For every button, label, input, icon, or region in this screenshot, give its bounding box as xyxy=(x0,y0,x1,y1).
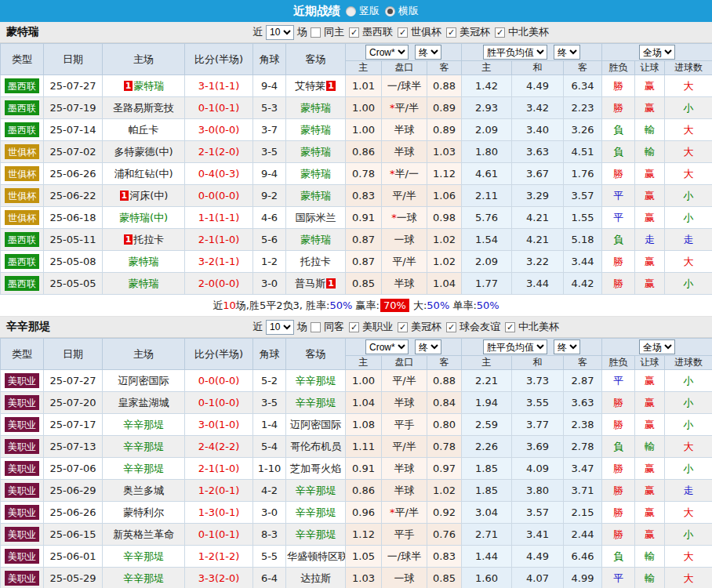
wdl-cell-text: 平 xyxy=(613,375,623,387)
fulltime-select[interactable]: 全场 xyxy=(639,45,675,60)
home-team-link[interactable]: 托拉卡 xyxy=(133,234,164,245)
league-badge: 墨西联 xyxy=(5,276,39,291)
avg-final-select[interactable]: 终 xyxy=(554,339,580,354)
away-team-link[interactable]: 蒙特瑞 xyxy=(300,190,331,201)
date-cell: 25-05-29 xyxy=(44,568,103,588)
home-team-link[interactable]: 辛辛那堤 xyxy=(123,572,164,584)
avg-away-cell: 4.42 xyxy=(564,273,602,295)
home-team-link[interactable]: 奥兰多城 xyxy=(123,485,164,496)
recent-count-select[interactable]: 10 xyxy=(266,320,294,335)
league-checkbox-mex[interactable] xyxy=(349,27,359,38)
away-team-link[interactable]: 普马斯 xyxy=(295,278,325,289)
home-team-link[interactable]: 迈阿密国际 xyxy=(118,375,169,387)
goals-result-cell: 小 xyxy=(665,97,712,119)
home-team-link[interactable]: 蒙特瑞 xyxy=(133,80,164,92)
home-odds-cell: 1.03 xyxy=(346,568,382,588)
home-team-link[interactable]: 蒙特利尔 xyxy=(123,506,164,518)
goals-result-cell-text: 大 xyxy=(684,168,694,180)
win-rate-value: 50% xyxy=(329,299,352,311)
col-type: 类型 xyxy=(1,44,44,75)
avg-final-select[interactable]: 终 xyxy=(554,45,580,60)
away-team-link[interactable]: 哥伦布机员 xyxy=(290,441,341,452)
col-corner: 角球 xyxy=(253,44,286,75)
team-title: 蒙特瑞 xyxy=(0,25,39,39)
goals-result-cell: 小 xyxy=(665,458,712,480)
games-label: 场 xyxy=(297,25,307,39)
home-team-cell: 蒙特瑞 xyxy=(103,251,185,273)
home-team-link[interactable]: 皇家盐湖城 xyxy=(118,397,169,408)
wdl-cell-text: 勝 xyxy=(613,506,623,518)
away-team-link[interactable]: 芝加哥火焰 xyxy=(290,463,341,474)
league-cell: 世俱杯 xyxy=(1,141,44,163)
away-team-link[interactable]: 辛辛那堤 xyxy=(296,397,336,408)
wdl-cell: 勝 xyxy=(602,75,635,97)
radio-selected-icon[interactable] xyxy=(385,6,395,16)
league-checkbox-mls[interactable] xyxy=(349,322,359,332)
league-checkbox-friendly[interactable] xyxy=(446,322,456,332)
bookmaker-select[interactable]: Crow* xyxy=(365,45,409,60)
wdl-cell-text: 勝 xyxy=(613,397,623,408)
col-handicap: 盘口 xyxy=(382,356,427,370)
radio-icon[interactable] xyxy=(346,6,356,16)
away-team-link[interactable]: 迈阿密国际 xyxy=(290,419,341,430)
same-home-checkbox[interactable] xyxy=(311,27,321,38)
home-team-link[interactable]: 蒙特瑞 xyxy=(129,278,159,289)
final-odds-select[interactable]: 终 xyxy=(415,45,441,60)
avg-odds-select[interactable]: 胜平负均值 xyxy=(483,45,547,60)
handicap-result-cell-text: 赢 xyxy=(645,397,655,408)
away-team-link[interactable]: 托拉卡 xyxy=(300,256,331,267)
away-team-link[interactable]: 国际米兰 xyxy=(296,212,336,223)
filter-bar: 近 10 场 同客 美职业 美冠杯 球会友谊 中北美杯 xyxy=(252,317,561,337)
score-text: 0-0(0-0) xyxy=(198,190,240,201)
avg-odds-select[interactable]: 胜平负均值 xyxy=(483,339,547,354)
col-handicap-result: 让球 xyxy=(635,356,665,370)
home-team-link[interactable]: 辛辛那堤 xyxy=(123,463,164,474)
home-team-link[interactable]: 辛辛那堤 xyxy=(123,441,164,452)
score-text: 2-1(1-0) xyxy=(198,463,240,474)
layout-radio-horizontal[interactable]: 横版 xyxy=(385,4,419,18)
away-team-link[interactable]: 蒙特瑞 xyxy=(300,124,331,136)
away-team-link[interactable]: 辛辛那堤 xyxy=(296,506,336,518)
away-team-link[interactable]: 蒙特瑞 xyxy=(300,234,331,245)
away-team-link[interactable]: 艾特莱 xyxy=(295,80,325,92)
home-team-link[interactable]: 河床(中) xyxy=(129,190,168,201)
bookmaker-select[interactable]: Crow* xyxy=(365,339,409,354)
corner-cell: 3-0 xyxy=(253,502,286,524)
home-team-link[interactable]: 蒙特瑞(中) xyxy=(119,212,168,223)
league-checkbox-nations[interactable] xyxy=(495,27,505,38)
league-checkbox-worldclub[interactable] xyxy=(398,27,408,38)
home-team-link[interactable]: 多特蒙德(中) xyxy=(114,146,173,158)
score-text: 1-2(1-2) xyxy=(198,550,240,562)
handicap-result-cell-text: 走 xyxy=(645,234,655,245)
same-away-checkbox[interactable] xyxy=(311,322,321,332)
home-team-link[interactable]: 蒙特瑞 xyxy=(129,256,159,267)
away-team-link[interactable]: 辛辛那堤 xyxy=(296,485,336,496)
home-team-link[interactable]: 圣路易斯竞技 xyxy=(113,102,174,114)
recent-count-select[interactable]: 10 xyxy=(266,25,294,40)
away-team-link[interactable]: 蒙特瑞 xyxy=(300,102,331,114)
league-checkbox-concacaf-champ[interactable] xyxy=(446,27,456,38)
home-team-cell: 蒙特瑞(中) xyxy=(103,207,185,229)
home-team-link[interactable]: 新英格兰革命 xyxy=(113,528,174,540)
fulltime-select[interactable]: 全场 xyxy=(639,339,675,354)
away-team-link[interactable]: 辛辛那堤 xyxy=(296,528,336,540)
wdl-cell-text: 勝 xyxy=(613,102,623,114)
away-team-link[interactable]: 蒙特瑞 xyxy=(300,168,331,180)
layout-radio-vertical[interactable]: 竖版 xyxy=(346,4,380,18)
home-team-link[interactable]: 浦和红钻(中) xyxy=(114,168,173,180)
avg-draw-cell: 4.07 xyxy=(512,568,564,588)
away-team-link[interactable]: 华盛顿特区联 xyxy=(287,550,346,562)
league-checkbox-concacaf-champ[interactable] xyxy=(398,322,408,332)
league-checkbox-nations[interactable] xyxy=(505,322,515,332)
corner-cell: 4-2 xyxy=(253,480,286,502)
home-team-link[interactable]: 帕丘卡 xyxy=(129,124,159,136)
away-team-link[interactable]: 达拉斯 xyxy=(300,572,331,584)
home-team-link[interactable]: 辛辛那堤 xyxy=(123,419,164,430)
away-odds-cell: 1.03 xyxy=(427,141,462,163)
home-team-link[interactable]: 辛辛那堤 xyxy=(123,550,164,562)
final-odds-select[interactable]: 终 xyxy=(415,339,441,354)
home-team-cell: 圣路易斯竞技 xyxy=(103,97,185,119)
goals-result-cell-text: 小 xyxy=(684,463,694,474)
away-team-link[interactable]: 辛辛那堤 xyxy=(296,375,336,387)
away-team-link[interactable]: 蒙特瑞 xyxy=(300,146,331,158)
